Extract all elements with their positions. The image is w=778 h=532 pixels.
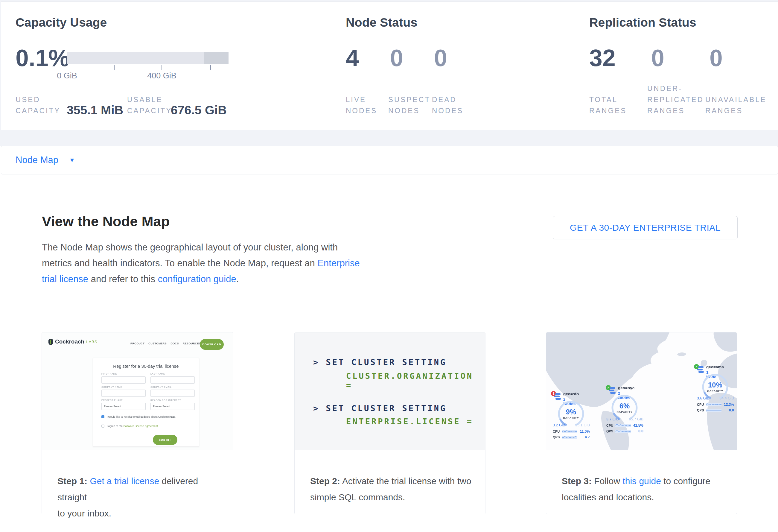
sql-argument-1: CLUSTER.ORGANIZATION =	[346, 371, 485, 390]
node-map-dropdown[interactable]: Node Map	[15, 155, 58, 165]
intro-text: .	[236, 274, 239, 284]
capacity-range: 3.2 GiB 35.1 GiB	[553, 423, 590, 427]
nav-item-docs: DOCS	[170, 342, 179, 345]
locality-name: geo=ams	[706, 365, 724, 369]
this-guide-link[interactable]: this guide	[622, 476, 661, 486]
cpu-metric: CPU 42.5%	[606, 423, 643, 428]
qps-metric: QPS 4.7	[553, 435, 590, 439]
logo-text: Cockroach	[55, 338, 84, 345]
company-email-field: COMPANY EMAIL	[150, 386, 195, 397]
cpu-sparkline	[706, 402, 721, 407]
nav-item-customers: CUSTOMERS	[148, 342, 167, 345]
axis-tick	[67, 65, 67, 70]
nav-item-resources: RESOURCES	[183, 342, 201, 345]
replication-status-title: Replication Status	[589, 15, 696, 29]
last-name-field: LAST NAME	[150, 373, 195, 384]
stats-region: Capacity Usage 0.1% 0 GiB 400 GiB USED C…	[0, 0, 778, 146]
unavailable-ranges-value: 0	[709, 44, 723, 72]
intro-text: and refer to this	[88, 274, 158, 284]
sql-command-1: > SET CLUSTER SETTING	[313, 358, 447, 367]
cluster-overview-page: Capacity Usage 0.1% 0 GiB 400 GiB USED C…	[0, 0, 778, 532]
step-3-card: 1 geo=sfo 2 Nodes 9% CAPACITY	[546, 332, 737, 514]
trial-license-form: Register for a 30-day trial license FIRS…	[93, 358, 199, 447]
sql-terminal-mock: > SET CLUSTER SETTING CLUSTER.ORGANIZATI…	[295, 332, 485, 450]
get-trial-license-link[interactable]: Get a trial license	[90, 476, 159, 486]
first-name-field: FIRST NAME	[101, 373, 146, 384]
axis-tick	[210, 65, 211, 70]
sql-argument-2: ENTERPRISE.LICENSE =	[346, 417, 473, 426]
email-updates-checkbox: I would like to receive email updates ab…	[101, 415, 175, 418]
suspect-nodes-value: 0	[390, 44, 403, 72]
cpu-metric: CPU 12.3%	[697, 402, 734, 407]
section-divider	[42, 313, 737, 313]
capacity-usage-bar-used-segment	[204, 52, 229, 64]
axis-tick	[161, 65, 162, 70]
reason-for-interest-select: REASON FOR INTEREST Please Select	[150, 399, 195, 410]
intro-text: The Node Map shows the geographical layo…	[42, 242, 338, 269]
cpu-sparkline	[615, 423, 631, 428]
qps-metric: QPS 0.0	[697, 408, 734, 412]
capacity-usage-percent: 0.1%	[15, 44, 69, 72]
qps-sparkline	[615, 429, 631, 433]
unavailable-ranges-label: UNAVAILABLE RANGES	[705, 94, 767, 116]
database-icon	[554, 393, 561, 401]
usable-capacity-value: 676.5 GiB	[171, 103, 227, 117]
node-status-title: Node Status	[346, 15, 417, 29]
svg-text:CAPACITY: CAPACITY	[617, 410, 633, 413]
axis-tick-label-400: 400 GiB	[141, 71, 183, 80]
qps-sparkline	[706, 408, 721, 412]
capacity-range: 3.6 GiB 34.4 GiB	[697, 396, 734, 400]
registration-site-screenshot: Cockroach LABS PRODUCT CUSTOMERS DOCS RE…	[42, 332, 233, 450]
under-replicated-ranges-value: 0	[651, 44, 664, 72]
view-selector-bar: Node Map ▼	[1, 146, 778, 174]
qps-metric: QPS 0.0	[606, 429, 643, 433]
nav-item-product: PRODUCT	[131, 342, 145, 345]
axis-tick	[114, 65, 114, 70]
company-name-field: COMPANY NAME	[101, 386, 146, 397]
step-1-card: Cockroach LABS PRODUCT CUSTOMERS DOCS RE…	[42, 332, 233, 514]
node-map-screenshot: 1 geo=sfo 2 Nodes 9% CAPACITY	[546, 332, 737, 450]
under-replicated-ranges-label: UNDER- REPLICATED RANGES	[647, 83, 704, 116]
enterprise-trial-button[interactable]: GET A 30-DAY ENTERPRISE TRIAL	[553, 216, 737, 239]
software-license-agreement-link: Software License Agreement	[124, 425, 158, 428]
capacity-range: 3.7 GiB 65.7 GiB	[606, 417, 643, 421]
cpu-sparkline	[562, 429, 577, 434]
download-button: DOWNLOAD	[200, 339, 224, 350]
logo-suffix: LABS	[86, 339, 97, 344]
qps-sparkline	[562, 435, 577, 439]
configuration-guide-link[interactable]: configuration guide	[158, 274, 236, 284]
svg-text:6%: 6%	[619, 402, 630, 410]
sql-command-2: > SET CLUSTER SETTING	[313, 404, 447, 413]
usable-capacity-label: USABLE CAPACITY	[127, 94, 172, 116]
cockroach-bug-icon	[49, 339, 53, 345]
license-agreement-checkbox: I agree to the Software License Agreemen…	[101, 425, 159, 428]
suspect-nodes-label: SUSPECT NODES	[388, 94, 431, 116]
svg-text:CAPACITY: CAPACITY	[707, 390, 723, 393]
step-2-caption: Step 2: Activate the trial license with …	[295, 450, 485, 514]
project-phase-select: PROJECT PHASE Please Select	[101, 399, 146, 410]
capacity-usage-bar	[67, 52, 229, 64]
dead-nodes-value: 0	[434, 44, 447, 72]
locality-name: geo=nyc	[618, 386, 634, 390]
database-icon	[609, 387, 616, 395]
cluster-summary-panel: Capacity Usage 0.1% 0 GiB 400 GiB USED C…	[1, 1, 778, 130]
used-capacity-value: 355.1 MiB	[67, 103, 123, 117]
capacity-usage-title: Capacity Usage	[15, 15, 107, 29]
total-ranges-label: TOTAL RANGES	[589, 94, 627, 116]
world-map: 1 geo=sfo 2 Nodes 9% CAPACITY	[546, 332, 737, 450]
intro-paragraph: The Node Map shows the geographical layo…	[42, 239, 416, 287]
checkbox-checked-icon	[101, 415, 104, 418]
locality-name: geo=sfo	[563, 392, 579, 396]
chevron-down-icon[interactable]: ▼	[69, 157, 75, 164]
submit-button: SUBMIT	[153, 435, 177, 445]
step-1-caption: Step 1: Get a trial license delivered st…	[42, 450, 233, 514]
database-icon	[697, 366, 704, 374]
svg-text:CAPACITY: CAPACITY	[563, 416, 579, 420]
live-nodes-label: LIVE NODES	[346, 94, 377, 116]
checkbox-empty-icon	[101, 425, 104, 428]
cockroach-labs-site-mock: Cockroach LABS PRODUCT CUSTOMERS DOCS RE…	[42, 332, 233, 450]
step-2-card: > SET CLUSTER SETTING CLUSTER.ORGANIZATI…	[294, 332, 485, 514]
cockroach-labs-logo: Cockroach LABS	[49, 338, 97, 345]
used-capacity-label: USED CAPACITY	[15, 94, 60, 116]
cpu-metric: CPU 11.0%	[553, 429, 590, 434]
